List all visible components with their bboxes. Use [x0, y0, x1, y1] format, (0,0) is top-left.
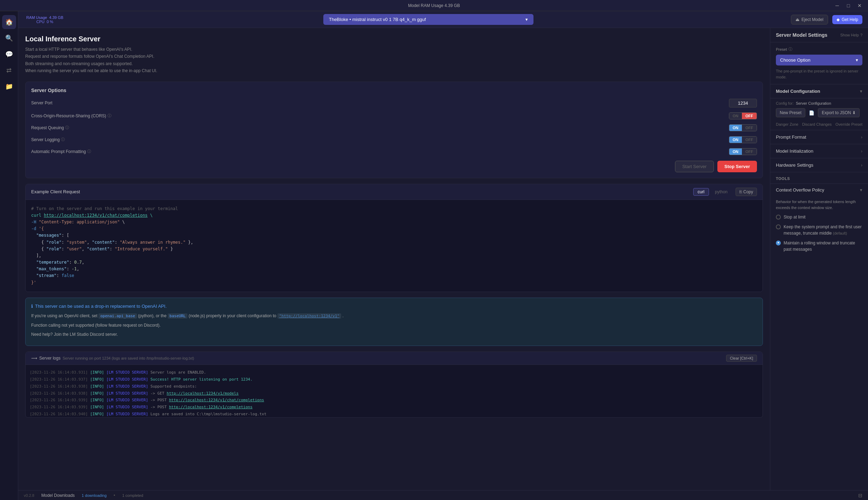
get-help-button[interactable]: ◆ Get Help [832, 15, 862, 24]
sidebar-item-search[interactable]: 🔍 [2, 31, 16, 45]
info-icon: ℹ [31, 304, 33, 309]
tab-python[interactable]: python [710, 188, 732, 196]
tools-label: Tools [776, 176, 862, 181]
preset-section: Preset ⓘ Choose Option ▾ The pre-prompt … [770, 42, 868, 84]
example-header: Example Client Request curl python ⎘ Cop… [26, 184, 763, 200]
info-text-1: If you're using an OpenAI client, set op… [31, 312, 757, 320]
completed-count: 1 completed [122, 493, 143, 498]
cors-toggle: ON OFF [729, 112, 757, 119]
show-help-button[interactable]: Show Help ? [840, 33, 862, 37]
sidebar-icons: 🏠 🔍 💬 ⇄ 📁 [0, 11, 18, 500]
server-logging-off-button[interactable]: OFF [742, 137, 757, 143]
server-port-row: Server Port [31, 99, 757, 107]
info-box: ℹ This server can be used as a drop-in r… [25, 298, 763, 346]
server-logging-info-icon[interactable]: ⓘ [61, 137, 65, 142]
server-logging-on-button[interactable]: ON [729, 137, 742, 143]
eject-icon: ⏏ [795, 17, 799, 22]
version-text: v0.2.8 [24, 493, 34, 498]
close-button[interactable]: ✕ [855, 1, 864, 10]
start-server-button[interactable]: Start Server [675, 161, 714, 172]
context-overflow-section: Context Overflow Policy ▾ Behavior for w… [770, 184, 868, 260]
log-line: [2023-11-26 16:14:03.938] [INFO] [LM STU… [30, 390, 758, 397]
sidebar-item-folder[interactable]: 📁 [2, 79, 16, 93]
export-json-button[interactable]: Export to JSON ⬇ [818, 108, 860, 117]
page-title: Local Inference Server [25, 35, 763, 43]
config-for-row: Config for: Server Configuration [770, 98, 868, 107]
main-panel: Local Inference Server Start a local HTT… [18, 28, 770, 490]
model-selector-button[interactable]: TheBloke • mistral instruct v0 1 7B q4_k… [323, 14, 533, 25]
override-preset-button[interactable]: Override Preset [835, 122, 862, 126]
context-overflow-label: Context Overflow Policy [776, 187, 824, 193]
model-config-title: Model Configuration [776, 89, 820, 94]
request-queuing-off-button[interactable]: OFF [742, 125, 757, 131]
context-overflow-content: Behavior for when the generated tokens l… [770, 196, 868, 260]
minimize-button[interactable]: ─ [833, 1, 841, 10]
request-queuing-toggle: ON OFF [729, 124, 757, 131]
right-panel-title: Server Model Settings [776, 32, 827, 38]
context-overflow-desc: Behavior for when the generated tokens l… [776, 199, 862, 210]
copy-button[interactable]: ⎘ Copy [736, 188, 757, 196]
context-overflow-header[interactable]: Context Overflow Policy ▾ [770, 184, 868, 196]
title-bar: Model RAM Usage 4.39 GB ─ □ ✕ [0, 0, 868, 11]
restore-button[interactable]: □ [844, 1, 853, 10]
sidebar-item-transfer[interactable]: ⇄ [2, 63, 16, 77]
radio-stop-button[interactable] [776, 215, 781, 220]
cors-info-icon[interactable]: ⓘ [108, 113, 111, 118]
info-box-title: ℹ This server can be used as a drop-in r… [31, 304, 757, 309]
model-init-row[interactable]: Model Initialization › [770, 144, 868, 158]
status-bar: v0.2.8 Model Downloads 1 downloading • 1… [18, 490, 868, 500]
request-queuing-on-button[interactable]: ON [729, 125, 742, 131]
app-body: 🏠 🔍 💬 ⇄ 📁 RAM Usage 4.39 GB CPU 0 % TheB… [0, 11, 868, 500]
danger-zone-row: Danger Zone Discard Changes Override Pre… [770, 120, 868, 130]
request-queuing-label: Request Queuing ⓘ [31, 125, 69, 130]
tab-curl[interactable]: curl [693, 188, 709, 196]
choose-option-button[interactable]: Choose Option ▾ [776, 55, 862, 65]
prompt-format-label: Prompt Format [776, 134, 806, 140]
server-buttons: Start Server Stop Server [31, 161, 757, 172]
auto-prompt-on-button[interactable]: ON [729, 148, 742, 155]
radio-truncate-label: Keep the system prompt and the first use… [784, 224, 862, 236]
hardware-settings-chevron-icon: › [861, 163, 862, 168]
auto-prompt-off-button[interactable]: OFF [742, 148, 757, 155]
model-config-header[interactable]: Model Configuration ▾ [770, 84, 868, 98]
auto-prompt-info-icon[interactable]: ⓘ [87, 149, 91, 154]
sidebar-item-chat[interactable]: 💬 [2, 47, 16, 61]
auto-prompt-label: Automatic Prompt Formatting ⓘ [31, 149, 91, 154]
sidebar-item-home[interactable]: 🏠 [2, 15, 16, 29]
eject-model-button[interactable]: ⏏ Eject Model [791, 15, 828, 25]
info-text-3: Need help? Join the LM Studio Discord se… [31, 331, 757, 338]
cors-off-button[interactable]: OFF [742, 113, 757, 119]
cors-label: Cross-Origin-Resource-Sharing (CORS) ⓘ [31, 113, 111, 118]
language-tabs: curl python [693, 188, 732, 196]
stop-server-button[interactable]: Stop Server [717, 161, 757, 172]
server-port-input[interactable] [729, 99, 757, 107]
new-preset-button[interactable]: New Preset [776, 108, 805, 117]
server-options-title: Server Options [31, 88, 757, 93]
window-controls: ─ □ ✕ [833, 1, 864, 10]
right-panel-header: Server Model Settings Show Help ? [770, 28, 868, 42]
top-bar: RAM Usage 4.39 GB CPU 0 % TheBloke • mis… [18, 11, 868, 28]
prompt-format-row[interactable]: Prompt Format › [770, 130, 868, 144]
radio-truncate-middle: Keep the system prompt and the first use… [776, 224, 862, 236]
cors-on-button[interactable]: ON [729, 113, 742, 119]
logs-subtitle: Server running on port 1234 (logs are sa… [63, 356, 194, 360]
hardware-settings-row[interactable]: Hardware Settings › [770, 158, 868, 172]
radio-truncate-button[interactable] [776, 224, 781, 229]
radio-rolling-label: Maintain a rolling window and truncate p… [784, 240, 862, 252]
request-queuing-info-icon[interactable]: ⓘ [65, 125, 69, 130]
server-logging-label: Server Logging ⓘ [31, 137, 65, 142]
log-line: [2023-11-26 16:14:03.940] [INFO] [LM STU… [30, 411, 758, 417]
minimize-panel-icon[interactable]: ⊟ [858, 493, 862, 498]
model-downloads-label: Model Downloads [41, 493, 75, 498]
preset-note: The pre-prompt in the preset is ignored … [776, 68, 862, 80]
tools-section: Tools [770, 172, 868, 184]
discard-changes-button[interactable]: Discard Changes [802, 122, 832, 126]
server-options-card: Server Options Server Port Cross-Origin-… [25, 82, 763, 178]
downloading-count[interactable]: 1 downloading [82, 493, 106, 498]
preset-info-icon[interactable]: ⓘ [788, 47, 792, 52]
model-init-chevron-icon: › [861, 149, 862, 154]
clear-logs-button[interactable]: Clear [Ctrl+K] [726, 355, 757, 362]
radio-rolling-button[interactable] [776, 241, 781, 245]
code-inline-baseurl: baseURL [168, 313, 187, 319]
server-logging-toggle: ON OFF [729, 136, 757, 143]
